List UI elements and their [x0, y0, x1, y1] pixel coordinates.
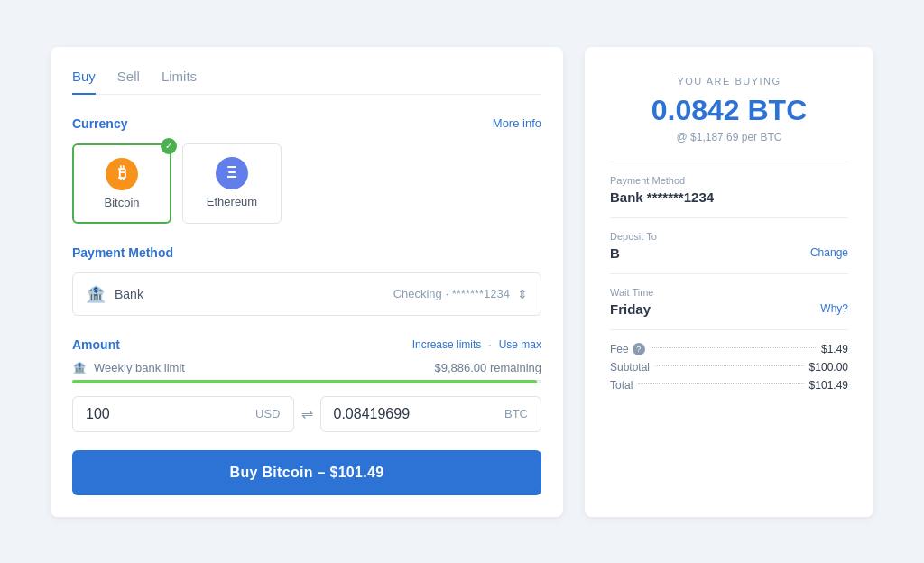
increase-limits-link[interactable]: Increase limits	[412, 338, 482, 351]
wait-time-value: Friday	[610, 301, 651, 317]
fee-dots-1	[651, 347, 816, 348]
payment-right: Checking · *******1234 ⇕	[393, 287, 528, 301]
payment-method-value: Bank *******1234	[610, 189, 714, 205]
bank-limit-icon: 🏦	[72, 361, 87, 374]
left-panel: Buy Sell Limits Currency More info ✓ ₿ B…	[51, 47, 563, 517]
btc-label: Bitcoin	[104, 196, 139, 209]
usd-currency: USD	[255, 407, 280, 420]
use-max-link[interactable]: Use max	[499, 338, 541, 351]
link-separator: ·	[488, 338, 491, 351]
btc-input-group[interactable]: 0.08419699 BTC	[320, 396, 542, 432]
deposit-to-label: Deposit To	[610, 231, 848, 242]
deposit-to-field: Deposit To B Change	[610, 231, 848, 261]
right-panel: YOU ARE BUYING 0.0842 BTC @ $1,187.69 pe…	[585, 47, 873, 517]
fee-dots-2	[655, 365, 804, 366]
payment-method-label: Payment Method	[610, 175, 848, 186]
tabs: Buy Sell Limits	[72, 69, 541, 95]
fee-label: Fee ?	[610, 343, 645, 355]
subtotal-row: Subtotal $100.00	[610, 361, 848, 374]
wait-time-field: Wait Time Friday Why?	[610, 287, 848, 317]
spinner-icon: ⇕	[517, 287, 528, 301]
divider-3	[610, 273, 848, 274]
usd-input-group[interactable]: 100 USD	[72, 396, 294, 432]
btc-currency: BTC	[504, 407, 528, 420]
fee-rows: Fee ? $1.49 Subtotal $100.00 Total $101.…	[610, 343, 848, 392]
exchange-icon: ⇌	[301, 405, 313, 422]
amount-header: Amount Increase limits · Use max	[72, 337, 541, 352]
buy-button[interactable]: Buy Bitcoin – $101.49	[72, 450, 541, 495]
btc-value: 0.08419699	[334, 406, 411, 422]
selected-check-icon: ✓	[161, 138, 177, 154]
payment-left: 🏦 Bank	[86, 284, 143, 304]
fee-value: $1.49	[821, 343, 848, 355]
total-value: $101.49	[809, 379, 848, 392]
eth-icon: Ξ	[216, 157, 248, 189]
amount-title: Amount	[72, 337, 120, 352]
progress-bar-container	[72, 380, 541, 383]
summary-amount: 0.0842 BTC	[610, 94, 848, 127]
account-detail: Checking · *******1234	[393, 287, 510, 300]
subtotal-value: $100.00	[809, 361, 848, 374]
deposit-to-value: B	[610, 245, 620, 261]
currency-section-header: Currency More info	[72, 116, 541, 131]
fee-row: Fee ? $1.49	[610, 343, 848, 355]
bank-icon: 🏦	[86, 284, 106, 304]
currency-card-eth[interactable]: Ξ Ethereum	[182, 143, 282, 224]
divider-4	[610, 329, 848, 330]
limit-remaining: $9,886.00 remaining	[434, 361, 541, 374]
tab-limits[interactable]: Limits	[162, 69, 197, 95]
payment-method-field: Payment Method Bank *******1234	[610, 175, 848, 205]
payment-method-selector[interactable]: 🏦 Bank Checking · *******1234 ⇕	[72, 272, 541, 316]
wait-time-label: Wait Time	[610, 287, 848, 298]
you-buying-label: YOU ARE BUYING	[610, 76, 848, 87]
summary-rate: @ $1,187.69 per BTC	[610, 131, 848, 143]
amount-links: Increase limits · Use max	[412, 338, 541, 351]
tab-buy[interactable]: Buy	[72, 69, 96, 95]
change-deposit-link[interactable]: Change	[810, 246, 848, 259]
limit-label: Weekly bank limit	[94, 361, 185, 374]
amount-section: Amount Increase limits · Use max 🏦 Weekl…	[72, 337, 541, 495]
fee-dots-3	[638, 383, 803, 384]
currency-title: Currency	[72, 116, 127, 131]
total-row: Total $101.49	[610, 379, 848, 392]
more-info-link[interactable]: More info	[493, 116, 541, 130]
total-label: Total	[610, 379, 633, 392]
progress-bar-fill	[72, 380, 537, 383]
eth-label: Ethereum	[207, 195, 257, 208]
currency-cards: ✓ ₿ Bitcoin Ξ Ethereum	[72, 143, 541, 224]
divider-1	[610, 162, 848, 162]
payment-section-header: Payment Method	[72, 245, 541, 260]
payment-title: Payment Method	[72, 245, 173, 260]
deposit-to-row: B Change	[610, 245, 848, 261]
btc-icon: ₿	[106, 158, 138, 190]
tab-sell[interactable]: Sell	[117, 69, 140, 95]
fee-info-icon[interactable]: ?	[633, 343, 645, 355]
subtotal-label: Subtotal	[610, 361, 650, 374]
bank-label: Bank	[115, 287, 143, 301]
limit-row: 🏦 Weekly bank limit $9,886.00 remaining	[72, 361, 541, 374]
wait-time-row: Friday Why?	[610, 301, 848, 317]
why-link[interactable]: Why?	[820, 302, 848, 315]
divider-2	[610, 217, 848, 218]
currency-card-btc[interactable]: ✓ ₿ Bitcoin	[72, 143, 171, 224]
payment-method-row: Bank *******1234	[610, 189, 848, 205]
usd-value: 100	[86, 406, 110, 422]
amount-inputs: 100 USD ⇌ 0.08419699 BTC	[72, 396, 541, 432]
